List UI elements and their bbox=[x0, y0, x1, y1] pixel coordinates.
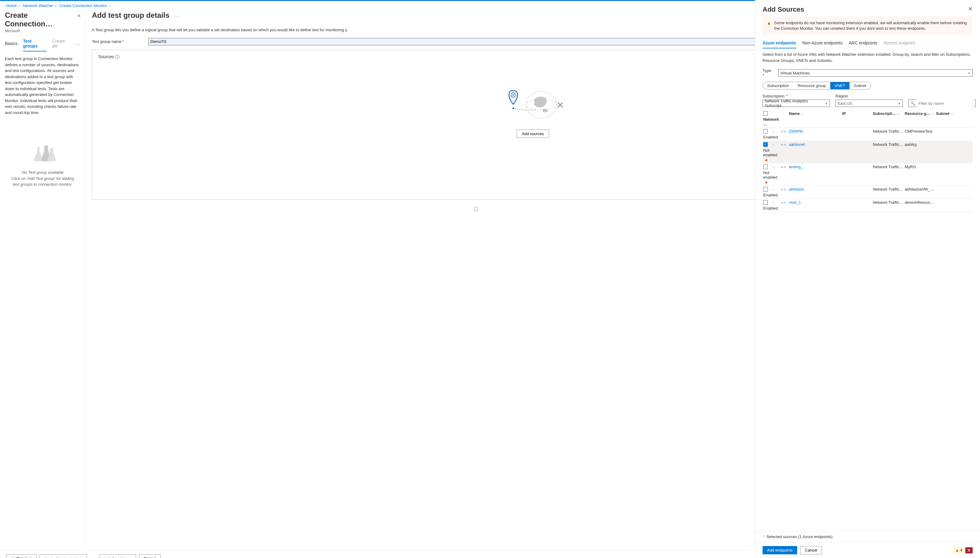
row-name[interactable]: abhilash. bbox=[789, 187, 841, 192]
chevron-down-icon: ▾ bbox=[969, 71, 970, 75]
vnet-icon: <·> bbox=[781, 143, 788, 146]
globe-illustration bbox=[499, 84, 566, 120]
row-name[interactable]: vnet_1 bbox=[789, 200, 841, 205]
row-subscription: Network Traffic… bbox=[873, 129, 903, 134]
warning-indicator[interactable]: ▲4 bbox=[953, 547, 964, 553]
add-sources-panel: Add Sources ✕ ▲ Some endpoints do not ha… bbox=[755, 0, 980, 558]
close-icon[interactable]: ✕ bbox=[968, 5, 973, 13]
subscription-label: Subscription * bbox=[762, 94, 830, 98]
tab-non-azure-endpoints[interactable]: Non-Azure endpoints bbox=[802, 39, 843, 48]
col-subscription[interactable]: Subscripti…↑↓ bbox=[873, 111, 903, 116]
region-label: Region bbox=[836, 94, 903, 98]
tab-basics[interactable]: Basics bbox=[5, 40, 18, 49]
pill-resource-group[interactable]: Resource group bbox=[793, 82, 831, 89]
row-network: Enabled bbox=[763, 193, 772, 197]
panel-title: Add Sources bbox=[762, 5, 804, 13]
chevron-right-icon[interactable]: › bbox=[773, 130, 780, 133]
tab-recent-endpoint[interactable]: Recent endpoint bbox=[883, 39, 915, 48]
pill-vnet[interactable]: VNET bbox=[830, 82, 849, 89]
filter-input[interactable] bbox=[916, 100, 973, 107]
col-network[interactable]: Network … bbox=[763, 117, 772, 126]
row-network: Enabled bbox=[763, 135, 772, 140]
chevron-up-icon: ⌃ bbox=[762, 535, 765, 539]
flask-icon bbox=[29, 143, 57, 164]
row-checkbox[interactable] bbox=[763, 187, 768, 192]
tab-create-alert[interactable]: Create ale bbox=[52, 38, 71, 51]
add-test-group-button[interactable]: Add Test Group bbox=[99, 554, 136, 558]
breadcrumb-ccm[interactable]: Create Connection Monitor bbox=[59, 3, 107, 8]
vnet-icon: <·> bbox=[781, 130, 788, 133]
left-tabs: Basics Test groups Create ale ··· bbox=[5, 38, 80, 51]
chevron-right-icon[interactable]: › bbox=[773, 201, 780, 204]
search-icon: 🔍 bbox=[910, 101, 915, 105]
table-row[interactable]: ›<·>DtlNPM..Network Traffic…CMPreviewTes… bbox=[762, 128, 973, 141]
next-button[interactable]: Next : Create alert >> bbox=[39, 554, 87, 558]
tab-test-groups[interactable]: Test groups bbox=[23, 38, 47, 51]
row-resource-group: MyRG bbox=[905, 164, 935, 169]
row-subscription: Network Traffic… bbox=[873, 187, 903, 192]
error-indicator[interactable]: ✕ bbox=[965, 547, 973, 553]
breadcrumb-nw[interactable]: Network Watcher bbox=[23, 3, 53, 8]
more-icon[interactable]: ··· bbox=[76, 42, 80, 47]
select-all-checkbox[interactable] bbox=[763, 111, 768, 116]
row-checkbox[interactable] bbox=[763, 200, 768, 205]
row-name[interactable]: testing_.. bbox=[789, 164, 841, 169]
type-select[interactable]: Virtual Machines▾ bbox=[778, 69, 973, 77]
region-select[interactable]: East US▾ bbox=[836, 100, 903, 107]
table-row[interactable]: ›<·>abhilash.Network Traffic…abhilashaVM… bbox=[762, 186, 973, 199]
pill-subscription[interactable]: Subscription bbox=[763, 82, 793, 89]
svg-point-5 bbox=[512, 107, 514, 109]
panel-cancel-button[interactable]: Cancel bbox=[800, 546, 822, 554]
add-sources-button[interactable]: Add sources bbox=[517, 130, 549, 138]
cancel-button[interactable]: Cancel bbox=[139, 554, 160, 558]
row-checkbox[interactable] bbox=[763, 129, 768, 134]
chevron-right-icon[interactable]: › bbox=[773, 143, 780, 146]
col-name[interactable]: Name↑↓ bbox=[789, 111, 841, 116]
vnet-icon: <·> bbox=[781, 165, 788, 169]
row-subscription: Network Traffic… bbox=[873, 164, 903, 169]
type-label: Type * bbox=[762, 68, 774, 77]
warning-icon: ▲ bbox=[764, 180, 768, 184]
chevron-right-icon[interactable]: › bbox=[773, 187, 780, 191]
empty-state-text: No Test group availableClick on 'Add Tes… bbox=[5, 169, 80, 187]
row-checkbox[interactable] bbox=[763, 164, 768, 169]
row-network: Not enabled ▲ bbox=[763, 148, 772, 162]
azure-desc: Select from a list of Azure VMs with Net… bbox=[762, 51, 973, 64]
chevron-down-icon: ▾ bbox=[898, 102, 900, 105]
disable-tg-checkbox[interactable] bbox=[92, 207, 860, 211]
tab-arc-endpoints[interactable]: ARC endpoints bbox=[849, 39, 877, 48]
table-row[interactable]: ›<·>testing_..Network Traffic…MyRGNot en… bbox=[762, 163, 973, 186]
col-resource-group[interactable]: Resource g…↑↓ bbox=[905, 111, 935, 116]
chevron-right-icon[interactable]: › bbox=[773, 165, 780, 169]
tg-name-label: Test group name* bbox=[92, 39, 144, 44]
table-header: Name↑↓ IP Subscripti…↑↓ Resource g…↑↓ Su… bbox=[762, 110, 973, 128]
filter-search[interactable]: 🔍 bbox=[908, 100, 976, 107]
tab-azure-endpoints[interactable]: Azure endpoints bbox=[762, 39, 796, 48]
table-row[interactable]: ›<·>vnet_1Network Traffic…deveshResourc…… bbox=[762, 199, 973, 212]
info-icon[interactable]: i bbox=[115, 55, 119, 59]
col-ip[interactable]: IP bbox=[842, 111, 872, 116]
row-name[interactable]: aahilvnet bbox=[789, 142, 841, 147]
pill-subnet[interactable]: Subnet bbox=[849, 82, 871, 89]
selected-sources-bar[interactable]: ⌃ Selected sources (1 Azure endpoints) bbox=[755, 531, 980, 542]
row-resource-group: abhilashaVM_g… bbox=[905, 187, 935, 192]
left-description: Each test group in Connection Monitor de… bbox=[5, 56, 80, 115]
row-checkbox[interactable] bbox=[763, 142, 768, 147]
more-icon[interactable]: ··· bbox=[175, 14, 180, 19]
collapse-icon[interactable]: « bbox=[77, 12, 80, 19]
chevron-down-icon: ▾ bbox=[826, 102, 827, 105]
row-name[interactable]: DtlNPM.. bbox=[789, 129, 841, 134]
add-endpoints-button[interactable]: Add endpoints bbox=[762, 546, 797, 554]
row-subscription: Network Traffic… bbox=[873, 200, 903, 205]
endpoints-table: Name↑↓ IP Subscripti…↑↓ Resource g…↑↓ Su… bbox=[762, 110, 973, 212]
vnet-icon: <·> bbox=[781, 201, 788, 204]
subscription-select[interactable]: Network Traffic Analytics Subscript…▾ bbox=[762, 100, 830, 107]
row-resource-group: aahilrg bbox=[905, 142, 935, 147]
col-subnet[interactable]: Subnet↑↓ bbox=[936, 111, 961, 116]
row-resource-group: deveshResourc… bbox=[905, 200, 935, 205]
previous-button[interactable]: << Previous bbox=[6, 554, 36, 558]
page-title: Create Connection… bbox=[5, 11, 80, 28]
table-row[interactable]: ›<·>aahilvnetNetwork Traffic…aahilrgNot … bbox=[762, 141, 973, 163]
breadcrumb-home[interactable]: Home bbox=[6, 3, 17, 8]
row-subscription: Network Traffic… bbox=[873, 142, 903, 147]
